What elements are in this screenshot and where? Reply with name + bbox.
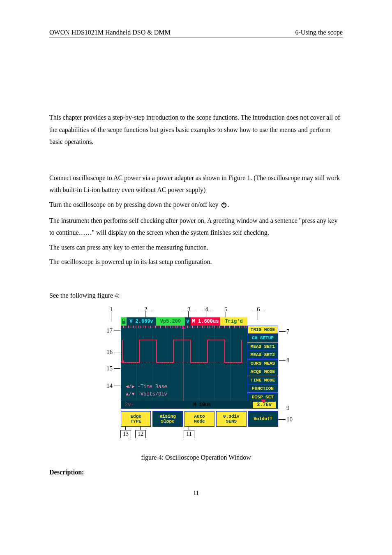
header-right: 6-Using the scope (295, 29, 343, 36)
sec61-p3: The instrument then performs self checki… (49, 215, 343, 239)
scope-sidepanel: TRIG MODE CH SETUP MEAS SET1 MEAS SET2 C… (247, 326, 278, 402)
hint-voltsdiv: ▲/▼ -Volts/Div (126, 391, 167, 397)
svg-marker-4 (182, 326, 185, 329)
chapter-intro: This chapter provides a step-by-step int… (49, 111, 343, 148)
sec61-p2a: Turn the oscilloscope on by pressing dow… (49, 201, 219, 208)
description-label: Description: (49, 469, 343, 476)
oscilloscope-figure: 1 2 3 4 5 6 V 2.669v Vp5.200 v M 1.600us (97, 306, 295, 445)
callout-15: 15 (106, 365, 113, 372)
fb-holdoff: Holdoff (248, 411, 278, 427)
callout-9: 9 (286, 405, 290, 412)
header-left: OWON HDS1021M Handheld DSO & DMM (49, 29, 171, 36)
callout-14: 14 (106, 382, 113, 389)
sec61-p2: Turn the oscilloscope on by pressing dow… (49, 199, 343, 212)
sec61-p2b: . (228, 201, 229, 208)
power-icon (221, 200, 227, 212)
topbar-trig-status: Trig'd (220, 317, 247, 326)
box-12: 12 (135, 430, 146, 438)
callout-8: 8 (286, 357, 290, 364)
scope-footbar1: 2v- M 10us 3.76v (121, 401, 278, 409)
foot1-left: 2v- (121, 402, 154, 408)
page-header: OWON HDS1021M Handheld DSO & DMM 6-Using… (49, 29, 343, 37)
topbar-vp-value: Vp5.200 (156, 317, 185, 326)
fb-rising: RisingSlope (152, 411, 182, 427)
fb-auto: AutoMode (184, 411, 214, 427)
topbar-timebase: M 1.600us (191, 317, 220, 326)
svg-rect-2 (122, 321, 125, 324)
sp-ch-setup: CH SETUP (247, 334, 278, 342)
scope-grid: ◄/► -Time Base ▲/▼ -Volts/Div (121, 326, 247, 401)
box-11: 11 (184, 430, 194, 438)
callout-7: 7 (286, 328, 290, 335)
callout-16: 16 (106, 349, 113, 356)
svg-marker-5 (261, 400, 266, 403)
sp-acqu-mode: ACQU MODE (247, 368, 278, 376)
scope-topbar: V 2.669v Vp5.200 v M 1.600us Trig'd (121, 317, 247, 326)
box-13: 13 (120, 430, 131, 438)
sec61-p5: The oscilloscope is powered up in its la… (49, 256, 343, 268)
topbar-v-unit: v (185, 317, 191, 326)
hint-timebase: ◄/► -Time Base (126, 384, 167, 390)
sp-function: FUNCTION (247, 384, 278, 393)
sp-meas-set1: MEAS SET1 (247, 342, 278, 351)
figure-caption: figure 4: Oscilloscope Operation Window (49, 454, 343, 461)
sp-meas-set2: MEAS SET2 (247, 351, 278, 359)
sp-curs-meas: CURS MEAS (247, 359, 278, 368)
sec61-p1: Connect oscilloscope to AC power via a p… (49, 172, 343, 196)
page-number: 11 (49, 490, 343, 497)
scope-footbar2: EdgeTYPE RisingSlope AutoMode 0.3divSENS… (121, 411, 278, 427)
sec61-p4: The users can press any key to enter the… (49, 241, 343, 254)
callout-10: 10 (286, 416, 293, 423)
topbar-v-value: V 2.669v (127, 317, 156, 326)
sp-time-mode: TIME MODE (247, 376, 278, 384)
topbar-lock-icon (121, 317, 127, 326)
callout-17: 17 (106, 327, 113, 334)
sec62-lead: See the following figure 4: (49, 289, 343, 302)
svg-rect-1 (224, 202, 224, 205)
fb-edge: EdgeTYPE (121, 411, 151, 427)
sp-trig-mode: TRIG MODE (247, 326, 278, 334)
fb-sens: 0.3divSENS (216, 411, 246, 427)
foot1-mid: M 10us (186, 402, 219, 408)
